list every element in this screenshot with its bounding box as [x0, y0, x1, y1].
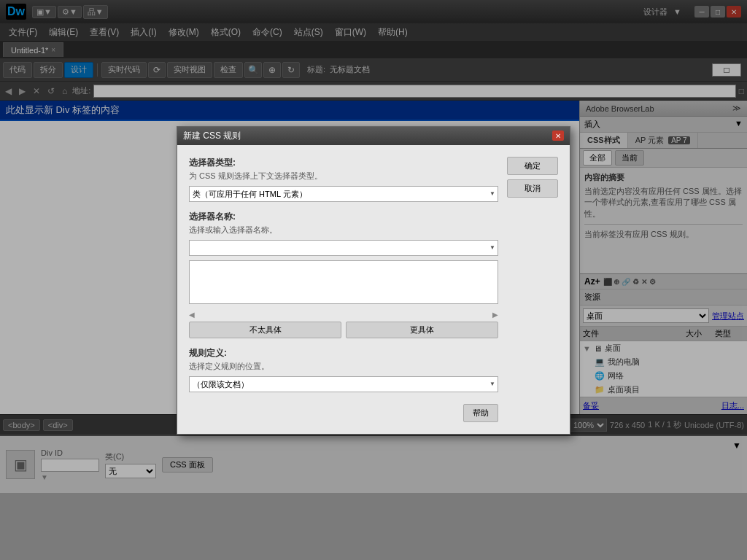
- section3-desc: 选择定义规则的位置。: [189, 361, 498, 372]
- modal-right: 确定 取消: [507, 157, 558, 422]
- selector-name-select[interactable]: [189, 240, 498, 256]
- rule-def-select[interactable]: （仅限该文档）: [189, 376, 498, 392]
- modal-title: 新建 CSS 规则: [183, 130, 241, 142]
- section3-title: 规则定义:: [189, 347, 498, 359]
- ok-btn[interactable]: 确定: [507, 157, 558, 175]
- modal-body: 选择器类型: 为 CSS 规则选择上下文选择器类型。 类（可应用于任何 HTML…: [177, 145, 570, 434]
- modal-title-bar: 新建 CSS 规则 ✕: [177, 127, 570, 145]
- textarea-hint: ◀ ▶: [189, 311, 498, 319]
- section2-desc: 选择或输入选择器名称。: [189, 225, 498, 236]
- selector-type-wrapper: 类（可应用于任何 HTML 元素）: [189, 186, 498, 202]
- section1-title: 选择器类型:: [189, 157, 498, 169]
- cancel-btn[interactable]: 取消: [507, 179, 558, 198]
- modal-left: 选择器类型: 为 CSS 规则选择上下文选择器类型。 类（可应用于任何 HTML…: [189, 157, 498, 422]
- specificity-buttons: 不太具体 更具体: [189, 322, 498, 338]
- rule-def-wrapper: （仅限该文档）: [189, 376, 498, 392]
- selector-name-wrapper: [189, 240, 498, 256]
- selector-name-textarea[interactable]: [189, 260, 498, 304]
- help-btn[interactable]: 帮助: [463, 404, 498, 422]
- section2-title: 选择器名称:: [189, 211, 498, 223]
- selector-type-select[interactable]: 类（可应用于任何 HTML 元素）: [189, 186, 498, 202]
- less-specific-btn[interactable]: 不太具体: [189, 322, 341, 338]
- modal-close-button[interactable]: ✕: [552, 131, 564, 141]
- more-specific-btn[interactable]: 更具体: [346, 322, 498, 338]
- section1-desc: 为 CSS 规则选择上下文选择器类型。: [189, 171, 498, 182]
- modal-overlay: 新建 CSS 规则 ✕ 选择器类型: 为 CSS 规则选择上下文选择器类型。 类…: [0, 0, 747, 560]
- css-rule-dialog: 新建 CSS 规则 ✕ 选择器类型: 为 CSS 规则选择上下文选择器类型。 类…: [177, 126, 570, 435]
